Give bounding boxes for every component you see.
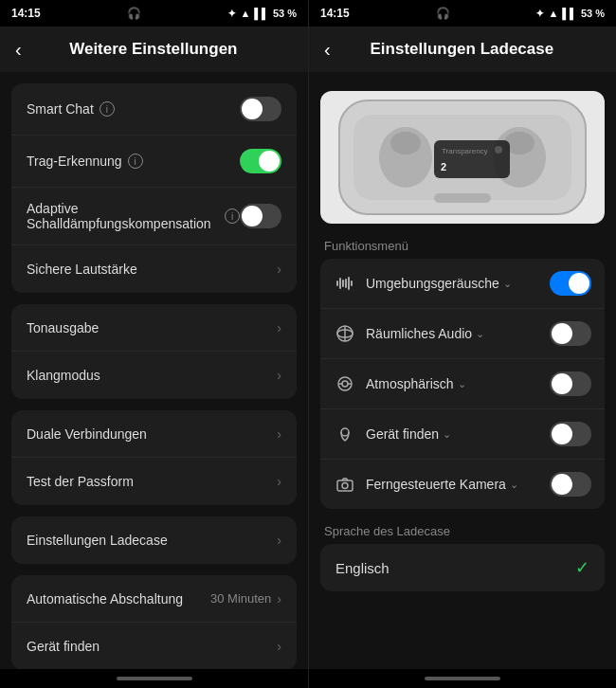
gerat-finden-func-label: Gerät finden ⌄ bbox=[366, 426, 550, 442]
func-group: Umgebungsgeräusche ⌄ Räumliches Audio ⌄ bbox=[320, 259, 605, 509]
einstellungen-ladecase-row[interactable]: Einstellungen Ladecase › bbox=[11, 516, 297, 564]
englisch-label: Englisch bbox=[335, 560, 575, 576]
bluetooth-icon-right: ✦ bbox=[535, 8, 544, 20]
smart-chat-info-icon[interactable]: i bbox=[100, 101, 115, 117]
umgebungsgerausche-label: Umgebungsgeräusche ⌄ bbox=[366, 276, 550, 291]
svg-point-24 bbox=[341, 428, 349, 436]
header-left: ‹ Weitere Einstellungen bbox=[0, 27, 308, 72]
soundwave-icon bbox=[334, 272, 356, 295]
lang-group: Englisch ✓ bbox=[320, 544, 605, 591]
home-indicator-right bbox=[425, 677, 500, 680]
status-icons-left: ✦ ▲ ▌▌ 53 % bbox=[227, 8, 297, 20]
svg-rect-25 bbox=[337, 480, 353, 491]
chevron-icon-5: › bbox=[277, 474, 281, 489]
signal-icon: ▌▌ bbox=[254, 8, 269, 19]
chevron-icon-4: › bbox=[277, 426, 281, 442]
automatische-abschaltung-value: 30 Minuten bbox=[210, 591, 271, 606]
wifi-icon: ▲ bbox=[240, 8, 250, 19]
time-left: 14:15 bbox=[11, 7, 41, 20]
trag-erkennung-info-icon[interactable]: i bbox=[128, 154, 143, 169]
small-chevron-3: ⌄ bbox=[458, 378, 466, 390]
chevron-icon-6: › bbox=[277, 533, 281, 548]
chevron-icon-8: › bbox=[277, 639, 281, 654]
bottom-bar-right bbox=[309, 669, 616, 688]
smart-chat-toggle[interactable] bbox=[240, 97, 281, 121]
tonausgabe-label: Tonausgabe bbox=[27, 320, 277, 335]
trag-erkennung-toggle[interactable] bbox=[240, 149, 281, 173]
spatial-audio-icon bbox=[334, 322, 356, 345]
battery-left: 53 % bbox=[273, 8, 297, 19]
test-passform-row[interactable]: Test der Passform › bbox=[11, 458, 297, 505]
ferngesteuerte-kamera-toggle[interactable] bbox=[550, 472, 591, 497]
raumliches-audio-row[interactable]: Räumliches Audio ⌄ bbox=[320, 309, 605, 359]
settings-group-2: Tonausgabe › Klangmodus › bbox=[11, 304, 297, 399]
atmospharisch-toggle[interactable] bbox=[550, 371, 591, 396]
svg-rect-10 bbox=[434, 193, 491, 203]
time-right: 14:15 bbox=[320, 7, 350, 20]
umgebungsgerausche-toggle[interactable] bbox=[550, 271, 591, 296]
atmospharisch-row[interactable]: Atmosphärisch ⌄ bbox=[320, 359, 605, 409]
sichere-lautstarke-row[interactable]: Sichere Lautstärke › bbox=[11, 245, 297, 293]
raumliches-audio-toggle[interactable] bbox=[550, 321, 591, 346]
duale-verbindungen-label: Duale Verbindungen bbox=[27, 426, 277, 442]
svg-rect-15 bbox=[348, 277, 350, 290]
umgebungsgerausche-row[interactable]: Umgebungsgeräusche ⌄ bbox=[320, 259, 605, 309]
automatische-abschaltung-label: Automatische Abschaltung bbox=[27, 591, 210, 607]
svg-text:2: 2 bbox=[441, 161, 446, 172]
scroll-content-left: Smart Chat i Trag-Erkennung i Adaptive S… bbox=[0, 72, 308, 669]
adaptive-row[interactable]: Adaptive Schalldämpfungskompensation i bbox=[11, 188, 297, 245]
header-right: ‹ Einstellungen Ladecase bbox=[309, 27, 616, 72]
header-title-left: Weitere Einstellungen bbox=[33, 40, 274, 59]
englisch-row[interactable]: Englisch ✓ bbox=[320, 544, 605, 591]
wifi-icon-right: ▲ bbox=[548, 8, 558, 19]
duale-verbindungen-row[interactable]: Duale Verbindungen › bbox=[11, 410, 297, 458]
svg-point-3 bbox=[390, 132, 421, 154]
svg-rect-11 bbox=[336, 281, 338, 286]
smart-chat-label: Smart Chat i bbox=[27, 101, 240, 117]
settings-group-3: Duale Verbindungen › Test der Passform › bbox=[11, 410, 297, 505]
settings-group-4: Einstellungen Ladecase › bbox=[11, 516, 297, 564]
adaptive-toggle[interactable] bbox=[240, 204, 281, 228]
small-chevron-2: ⌄ bbox=[476, 328, 484, 340]
gerat-finden-toggle[interactable] bbox=[550, 422, 591, 446]
battery-right: 53 % bbox=[581, 8, 605, 19]
automatische-abschaltung-row[interactable]: Automatische Abschaltung 30 Minuten › bbox=[11, 575, 297, 623]
gerat-finden-row[interactable]: Gerät finden › bbox=[11, 623, 297, 669]
smart-chat-row[interactable]: Smart Chat i bbox=[11, 83, 297, 136]
adaptive-info-icon[interactable]: i bbox=[225, 208, 240, 224]
back-button-left[interactable]: ‹ bbox=[15, 39, 22, 61]
chevron-icon-3: › bbox=[277, 368, 281, 383]
find-device-icon bbox=[334, 423, 356, 445]
test-passform-label: Test der Passform bbox=[27, 474, 277, 489]
raumliches-audio-label: Räumliches Audio ⌄ bbox=[366, 326, 550, 341]
svg-text:Transparency: Transparency bbox=[442, 147, 488, 155]
einstellungen-ladecase-label: Einstellungen Ladecase bbox=[27, 533, 277, 548]
tonausgabe-row[interactable]: Tonausgabe › bbox=[11, 304, 297, 352]
back-button-right[interactable]: ‹ bbox=[324, 39, 331, 61]
bottom-bar-left bbox=[0, 669, 308, 688]
gerat-finden-label: Gerät finden bbox=[27, 639, 277, 654]
status-bar-right: 14:15 🎧 ✦ ▲ ▌▌ 53 % bbox=[309, 0, 616, 27]
sichere-lautstarke-label: Sichere Lautstärke bbox=[27, 262, 277, 277]
klangmodus-label: Klangmodus bbox=[27, 368, 277, 383]
trag-erkennung-row[interactable]: Trag-Erkennung i bbox=[11, 136, 297, 188]
chevron-icon: › bbox=[277, 262, 281, 277]
svg-point-8 bbox=[495, 146, 502, 154]
gerat-finden-func-row[interactable]: Gerät finden ⌄ bbox=[320, 409, 605, 460]
svg-point-26 bbox=[342, 483, 348, 489]
funktionsmenu-label: Funktionsmenü bbox=[309, 231, 616, 259]
klangmodus-row[interactable]: Klangmodus › bbox=[11, 352, 297, 399]
headphones-icon-right: 🎧 bbox=[436, 7, 450, 20]
status-bar-left: 14:15 🎧 ✦ ▲ ▌▌ 53 % bbox=[0, 0, 308, 27]
headphones-icon: 🎧 bbox=[127, 7, 141, 20]
atmospharisch-label: Atmosphärisch ⌄ bbox=[366, 376, 550, 391]
svg-rect-14 bbox=[345, 279, 347, 288]
left-panel: 14:15 🎧 ✦ ▲ ▌▌ 53 % ‹ Weitere Einstellun… bbox=[0, 0, 308, 688]
adaptive-label: Adaptive Schalldämpfungskompensation i bbox=[27, 201, 240, 231]
settings-group-1: Smart Chat i Trag-Erkennung i Adaptive S… bbox=[11, 83, 297, 293]
svg-rect-13 bbox=[342, 280, 344, 287]
ferngesteuerte-kamera-row[interactable]: Ferngesteuerte Kamera ⌄ bbox=[320, 460, 605, 509]
checkmark-icon: ✓ bbox=[575, 557, 589, 578]
atmospheric-icon bbox=[334, 372, 356, 395]
small-chevron-5: ⌄ bbox=[510, 479, 518, 491]
